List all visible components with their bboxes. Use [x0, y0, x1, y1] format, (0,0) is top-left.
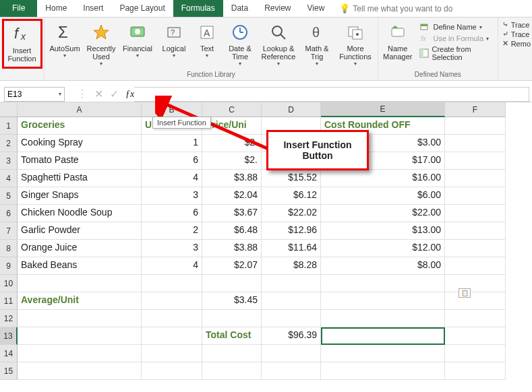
cell-F1[interactable]: [445, 117, 506, 135]
cell-F5[interactable]: [445, 187, 506, 205]
cell-C6[interactable]: $3.67: [202, 205, 262, 222]
cell-E4[interactable]: $16.00: [321, 170, 445, 187]
cell-C9[interactable]: $2.07: [202, 257, 262, 275]
cell-C7[interactable]: $6.48: [202, 222, 262, 240]
cell-F7[interactable]: [445, 222, 506, 240]
fx-button[interactable]: ƒx: [125, 89, 134, 100]
cell-E13[interactable]: [321, 327, 445, 345]
cell-F14[interactable]: [445, 345, 506, 362]
cell-F12[interactable]: [445, 310, 506, 327]
cell-A6[interactable]: Chicken Noodle Soup: [18, 205, 142, 222]
cell-E12[interactable]: [321, 310, 445, 327]
cell-B14[interactable]: [142, 345, 202, 362]
insert-function-button[interactable]: fx Insert Function: [2, 19, 42, 69]
cell-D5[interactable]: $6.12: [262, 187, 321, 205]
cell-D15[interactable]: [262, 362, 321, 380]
cancel-icon[interactable]: ✕: [94, 88, 103, 100]
cell-C5[interactable]: $2.04: [202, 187, 262, 205]
row-header-11[interactable]: 11: [0, 292, 18, 310]
tab-view[interactable]: View: [299, 0, 333, 17]
row-header-7[interactable]: 7: [0, 222, 18, 240]
cell-E6[interactable]: $22.00: [321, 205, 445, 222]
row-header-3[interactable]: 3: [0, 152, 18, 170]
cell-F8[interactable]: [445, 240, 506, 257]
row-header-6[interactable]: 6: [0, 205, 18, 222]
cell-A7[interactable]: Garlic Powder: [18, 222, 142, 240]
row-header-4[interactable]: 4: [0, 170, 18, 187]
trace-dependents-button[interactable]: ⤶Trace: [502, 30, 531, 38]
cell-B10[interactable]: [142, 275, 202, 292]
cell-A10[interactable]: [18, 275, 142, 292]
cell-E11[interactable]: [321, 292, 445, 310]
row-header-2[interactable]: 2: [0, 135, 18, 152]
cell-A11[interactable]: Average/Unit: [18, 292, 142, 310]
cell-F15[interactable]: [445, 362, 506, 380]
cell-A12[interactable]: [18, 310, 142, 327]
cell-D11[interactable]: [262, 292, 321, 310]
cell-D13[interactable]: $96.39: [262, 327, 321, 345]
cell-E8[interactable]: $12.00: [321, 240, 445, 257]
cell-C10[interactable]: [202, 275, 262, 292]
cell-D12[interactable]: [262, 310, 321, 327]
date-time-button[interactable]: Date & Time ▾: [224, 19, 256, 69]
name-box[interactable]: E13 ▾: [4, 87, 65, 102]
row-header-9[interactable]: 9: [0, 257, 18, 275]
cell-A1[interactable]: Groceries: [18, 117, 142, 135]
paste-options-icon[interactable]: 📋: [459, 288, 471, 298]
cell-E9[interactable]: $8.00: [321, 257, 445, 275]
cell-C11[interactable]: $3.45: [202, 292, 262, 310]
cell-A15[interactable]: [18, 362, 142, 380]
cell-E15[interactable]: [321, 362, 445, 380]
row-header-12[interactable]: 12: [0, 310, 18, 327]
row-header-15[interactable]: 15: [0, 362, 18, 380]
cell-D10[interactable]: [262, 275, 321, 292]
tab-review[interactable]: Review: [256, 0, 299, 17]
cell-F9[interactable]: [445, 257, 506, 275]
cell-D9[interactable]: $8.28: [262, 257, 321, 275]
row-header-8[interactable]: 8: [0, 240, 18, 257]
tab-formulas[interactable]: Formulas: [173, 0, 223, 17]
cell-B7[interactable]: 2: [142, 222, 202, 240]
cell-C12[interactable]: [202, 310, 262, 327]
trace-precedents-button[interactable]: ⤷Trace: [502, 20, 531, 29]
row-header-5[interactable]: 5: [0, 187, 18, 205]
more-functions-button[interactable]: More Functions ▾: [337, 19, 374, 69]
row-header-10[interactable]: 10: [0, 275, 18, 292]
row-header-14[interactable]: 14: [0, 345, 18, 362]
create-from-selection-button[interactable]: Create from Selection: [417, 44, 493, 62]
cell-B9[interactable]: 4: [142, 257, 202, 275]
row-header-13[interactable]: 13: [0, 327, 18, 345]
cell-D7[interactable]: $12.96: [262, 222, 321, 240]
cell-B12[interactable]: [142, 310, 202, 327]
cell-C13[interactable]: Total Cost: [202, 327, 262, 345]
cell-B13[interactable]: [142, 327, 202, 345]
cell-B8[interactable]: 3: [142, 240, 202, 257]
cell-B11[interactable]: [142, 292, 202, 310]
math-trig-button[interactable]: θ Math & Trig ▾: [301, 19, 333, 69]
text-button[interactable]: A Text ▾: [194, 19, 220, 69]
cell-B5[interactable]: 3: [142, 187, 202, 205]
cell-D4[interactable]: $15.52: [262, 170, 321, 187]
logical-button[interactable]: ? Logical ▾: [158, 19, 190, 69]
cell-E10[interactable]: [321, 275, 445, 292]
cell-B4[interactable]: 4: [142, 170, 202, 187]
cell-D14[interactable]: [262, 345, 321, 362]
tab-file[interactable]: File: [0, 0, 37, 17]
cell-D8[interactable]: $11.64: [262, 240, 321, 257]
cell-A14[interactable]: [18, 345, 142, 362]
cell-A5[interactable]: Ginger Snaps: [18, 187, 142, 205]
cell-F6[interactable]: [445, 205, 506, 222]
cell-A4[interactable]: Spaghetti Pasta: [18, 170, 142, 187]
cell-F11[interactable]: [445, 292, 506, 310]
cell-E5[interactable]: $6.00: [321, 187, 445, 205]
cell-C4[interactable]: $3.88: [202, 170, 262, 187]
recently-used-button[interactable]: Recently Used ▾: [85, 19, 117, 69]
col-header-F[interactable]: F: [445, 102, 506, 117]
cell-B15[interactable]: [142, 362, 202, 380]
cell-A2[interactable]: Cooking Spray: [18, 135, 142, 152]
enter-icon[interactable]: ✓: [110, 88, 119, 100]
cell-C8[interactable]: $3.88: [202, 240, 262, 257]
col-header-A[interactable]: A: [18, 102, 142, 117]
col-header-E[interactable]: E: [321, 102, 445, 117]
cell-B6[interactable]: 6: [142, 205, 202, 222]
